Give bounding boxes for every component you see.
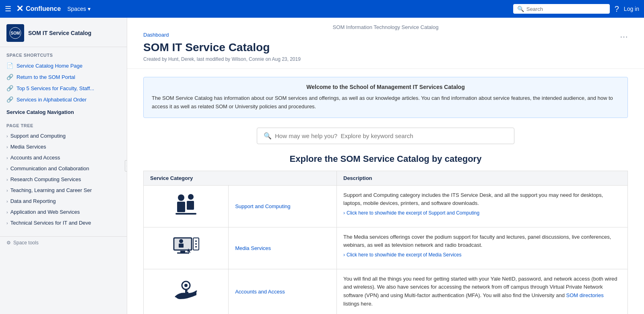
svg-point-4 <box>188 194 194 200</box>
spaces-label: Spaces <box>67 6 86 12</box>
spaces-dropdown[interactable]: Spaces ▾ <box>67 6 91 12</box>
space-tools[interactable]: ⚙ Space tools <box>0 236 127 249</box>
gear-icon: ⚙ <box>6 240 11 246</box>
sidebar-tree-comms[interactable]: › Communication and Collaboration <box>0 163 127 174</box>
sidebar-space-name: SOM IT Service Catalog <box>28 30 91 36</box>
row-link-accounts[interactable]: Accounts and Access <box>229 269 337 314</box>
svg-point-2 <box>178 194 184 201</box>
catalog-search-box[interactable]: 🔍 <box>257 128 514 144</box>
sidebar-tree-label-support: Support and Computing <box>10 133 66 139</box>
media-expand-label[interactable]: Click here to show/hide the excerpt of M… <box>347 252 461 258</box>
main-layout: SOM SOM IT Service Catalog SPACE SHORTCU… <box>0 18 644 314</box>
table-row: Support and Computing Support and Comput… <box>144 185 628 227</box>
sidebar-link-label-top5: Top 5 Services for Faculty, Staff... <box>17 85 94 91</box>
sidebar-tree-teaching[interactable]: › Teaching, Learning and Career Ser <box>0 185 127 196</box>
breadcrumb-and-title: Dashboard SOM IT Service Catalog Created… <box>143 32 301 68</box>
link-icon-3: 🔗 <box>6 96 13 103</box>
catalog-search-icon: 🔍 <box>264 132 272 140</box>
svg-rect-3 <box>177 202 185 212</box>
svg-rect-21 <box>185 292 188 293</box>
global-search-box[interactable]: 🔍 <box>513 4 610 14</box>
support-computing-link[interactable]: Support and Computing <box>235 203 290 209</box>
sidebar-link-label-alpha: Services in Alphabetical Order <box>17 97 87 103</box>
sidebar-link-label-som: Return to the SOM Portal <box>17 74 75 80</box>
sidebar-tree-label-app: Application and Web Services <box>10 209 80 215</box>
sidebar-tree-label-accounts: Accounts and Access <box>10 155 60 161</box>
confluence-logo[interactable]: ✕ Confluence <box>16 4 61 14</box>
page-body: Welcome to the School of Management IT S… <box>127 69 644 314</box>
explore-title: Explore the SOM Service Catalog by categ… <box>143 154 628 164</box>
sidebar-item-return-som[interactable]: 🔗 Return to the SOM Portal <box>0 71 127 83</box>
svg-rect-15 <box>180 251 185 252</box>
catalog-search-input[interactable] <box>275 132 508 139</box>
col-header-category: Service Category <box>144 171 337 185</box>
sidebar-tree-app[interactable]: › Application and Web Services <box>0 207 127 217</box>
sidebar-tree-research[interactable]: › Research Computing Services <box>0 174 127 185</box>
col-header-description: Description <box>337 171 628 185</box>
login-button[interactable]: Log in <box>624 6 639 12</box>
help-button[interactable]: ? <box>615 4 619 14</box>
breadcrumb[interactable]: Dashboard <box>143 32 301 38</box>
media-desc-text: The Media services offerings cover the p… <box>343 233 621 250</box>
chevron-right-icon-9: › <box>6 221 8 225</box>
welcome-box: Welcome to the School of Management IT S… <box>143 77 628 118</box>
sidebar-nav-label: Service Catalog Navigation <box>0 105 127 118</box>
page-title-row: Dashboard SOM IT Service Catalog Created… <box>143 32 628 68</box>
catalog-search-wrap: 🔍 <box>143 128 628 144</box>
svg-point-12 <box>195 240 197 242</box>
space-name-header: SOM Information Technology Service Catal… <box>143 24 628 30</box>
sidebar: SOM SOM IT Service Catalog SPACE SHORTCU… <box>0 18 127 314</box>
row-link-support[interactable]: Support and Computing <box>229 185 337 227</box>
chevron-right-icon-8: › <box>6 210 8 215</box>
media-expand-link[interactable]: › Click here to show/hide the excerpt of… <box>343 252 621 258</box>
support-expand-label[interactable]: Click here to show/hide the excerpt of S… <box>347 210 479 216</box>
sidebar-tree-media[interactable]: › Media Services <box>0 141 127 152</box>
accounts-access-icon <box>171 277 200 306</box>
support-expand-link[interactable]: › Click here to show/hide the excerpt of… <box>343 210 621 216</box>
sidebar-link-label-home: Service Catalog Home Page <box>17 63 83 69</box>
row-link-media[interactable]: Media Services <box>229 227 337 269</box>
sidebar-tree-support[interactable]: › Support and Computing <box>0 130 127 141</box>
accounts-desc-text: You will find all the things you need fo… <box>343 275 621 308</box>
support-desc-text: Support and Computing category includes … <box>343 191 621 208</box>
chevron-right-icon-2: › <box>6 145 8 149</box>
media-services-link[interactable]: Media Services <box>235 245 271 251</box>
topnav-right: 🔍 ? Log in <box>513 4 639 14</box>
svg-point-14 <box>195 246 197 248</box>
table-row: Media Services The Media services offeri… <box>144 227 628 269</box>
link-icon: 🔗 <box>6 74 13 80</box>
confluence-x-icon: ✕ <box>16 4 23 14</box>
row-icon-media <box>144 227 229 269</box>
sidebar-item-service-catalog-home[interactable]: 📄 Service Catalog Home Page <box>0 60 127 71</box>
spaces-chevron-icon: ▾ <box>88 6 91 12</box>
sidebar-tree-label-tech: Technical Services for IT and Deve <box>10 220 91 226</box>
search-icon: 🔍 <box>517 6 524 12</box>
sidebar-tree-data[interactable]: › Data and Reporting <box>0 196 127 207</box>
sidebar-space-header[interactable]: SOM SOM IT Service Catalog <box>0 18 127 47</box>
som-directories-link[interactable]: SOM directories <box>566 292 604 298</box>
svg-rect-5 <box>187 201 194 210</box>
sidebar-tree-label-media: Media Services <box>10 144 46 150</box>
sidebar-tree-tech[interactable]: › Technical Services for IT and Deve <box>0 217 127 228</box>
support-computing-icon <box>171 191 200 220</box>
sidebar-tree-accounts[interactable]: › Accounts and Access <box>0 152 127 163</box>
global-search-input[interactable] <box>526 6 606 12</box>
sidebar-item-top5[interactable]: 🔗 Top 5 Services for Faculty, Staff... <box>0 83 127 94</box>
sidebar-item-alpha[interactable]: 🔗 Services in Alphabetical Order <box>0 94 127 105</box>
chevron-right-expand-icon: › <box>343 210 345 216</box>
row-icon-accounts <box>144 269 229 314</box>
page-title: SOM IT Service Catalog <box>143 41 301 54</box>
chevron-right-icon-6: › <box>6 188 8 193</box>
accounts-access-link[interactable]: Accounts and Access <box>235 289 285 295</box>
page-header: SOM Information Technology Service Catal… <box>127 18 644 69</box>
svg-rect-22 <box>185 290 188 291</box>
space-tools-label: Space tools <box>13 240 39 246</box>
row-desc-accounts: You will find all the things you need fo… <box>337 269 628 314</box>
more-options-button[interactable]: ⋯ <box>620 32 628 41</box>
link-icon-2: 🔗 <box>6 85 13 91</box>
row-desc-media: The Media services offerings cover the p… <box>337 227 628 269</box>
sidebar-collapse-button[interactable]: « <box>125 160 127 171</box>
row-icon-support <box>144 185 229 227</box>
hamburger-menu[interactable]: ☰ <box>5 4 11 13</box>
row-desc-support: Support and Computing category includes … <box>337 185 628 227</box>
